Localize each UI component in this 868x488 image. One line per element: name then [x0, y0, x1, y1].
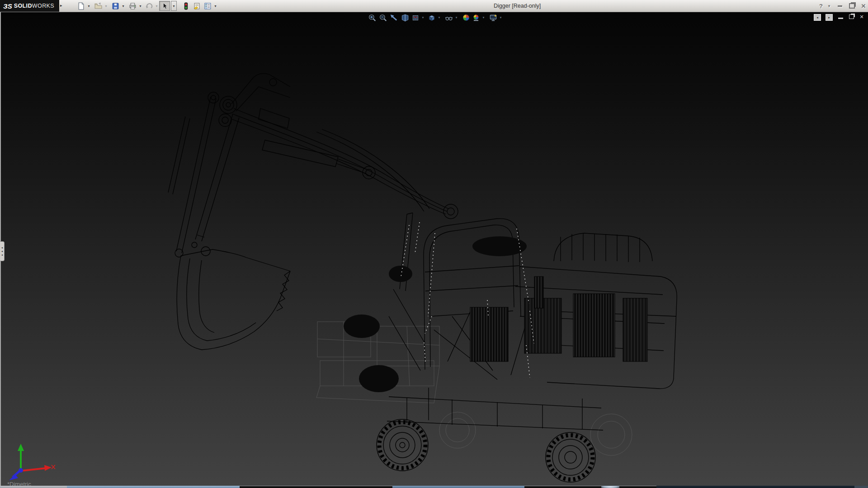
- collapse-arrow-icon: ◂: [1, 246, 3, 249]
- restore-app-button[interactable]: [847, 2, 856, 10]
- select-dropdown[interactable]: ▾: [171, 1, 177, 11]
- undo-button[interactable]: [144, 1, 154, 11]
- file-properties-icon: [193, 2, 201, 10]
- collapse-arrow-icon: ◂: [1, 253, 3, 256]
- display-style-icon: [428, 14, 436, 22]
- view-settings-icon: [489, 14, 497, 22]
- select-icon: [161, 2, 169, 10]
- display-style-button[interactable]: [427, 13, 437, 22]
- view-orientation-icon: [411, 14, 420, 22]
- x-axis-arrow: [44, 465, 52, 471]
- save-dropdown[interactable]: ▾: [120, 1, 126, 11]
- window-title: Digger [Read-only]: [494, 3, 541, 9]
- taskbar-seg-blue2: [392, 486, 524, 488]
- save-button[interactable]: [110, 1, 120, 11]
- new-document-dropdown[interactable]: ▾: [86, 1, 92, 11]
- new-document-button[interactable]: [76, 1, 86, 11]
- open-dropdown[interactable]: ▾: [103, 1, 109, 11]
- taskbar-seg-navy: [656, 486, 868, 488]
- zoom-to-area-button[interactable]: [378, 13, 388, 22]
- close-document-button[interactable]: ✕: [858, 14, 865, 20]
- reference-triad: [6, 442, 56, 481]
- rebuild-traffic-light-icon: [182, 2, 190, 10]
- restore-icon: [849, 3, 855, 9]
- help-button[interactable]: ?: [816, 2, 826, 10]
- edit-appearance-button[interactable]: [461, 13, 471, 22]
- view-settings-button[interactable]: [488, 13, 498, 22]
- new-document-icon: [77, 2, 85, 10]
- help-dropdown[interactable]: ▾: [826, 2, 832, 10]
- collapse-arrow-icon: ◂: [1, 250, 3, 253]
- previous-view-icon: [390, 14, 398, 22]
- minimize-document-button[interactable]: [838, 18, 843, 19]
- triad-origin: [19, 468, 23, 473]
- solidworks-logo: ЗS SOLID WORKS: [0, 0, 59, 12]
- file-properties-button[interactable]: [192, 1, 202, 11]
- hide-show-items-dropdown[interactable]: ▾: [454, 13, 459, 22]
- undo-icon: [145, 2, 153, 10]
- taskbar-seg-blue: [67, 486, 240, 488]
- taskbar-seg-tray: [854, 486, 868, 488]
- title-bar: ЗS SOLID WORKS ▸ ▾ ▾ ▾: [0, 0, 868, 12]
- x-axis-label: [52, 465, 55, 469]
- select-button[interactable]: [159, 1, 170, 11]
- pane-left-button[interactable]: ◂: [814, 14, 821, 21]
- graphics-viewport[interactable]: ▾ ▾ ▾: [0, 12, 868, 488]
- zoom-to-fit-icon: [368, 14, 376, 22]
- save-icon: [112, 2, 119, 10]
- view-orientation-button[interactable]: [410, 13, 420, 22]
- wireframe-lines: [168, 74, 677, 430]
- taskbar-seg-button: [240, 486, 392, 488]
- menu-flyout-arrow[interactable]: ▸: [60, 3, 62, 8]
- pane-right-icon: ▸: [828, 16, 830, 19]
- feature-panel-handle[interactable]: ◂ ◂ ◂: [0, 241, 5, 261]
- hide-show-items-button[interactable]: [444, 13, 454, 22]
- open-button[interactable]: [93, 1, 103, 11]
- taskbar-glow: [601, 486, 619, 488]
- restore-document-button[interactable]: [849, 14, 854, 19]
- pane-left-icon: ◂: [816, 16, 818, 19]
- apply-scene-icon: [472, 14, 480, 22]
- print-button[interactable]: [127, 1, 137, 11]
- minimize-app-button[interactable]: [835, 2, 844, 10]
- apply-scene-button[interactable]: [471, 13, 481, 22]
- print-icon: [129, 2, 137, 10]
- open-icon: [94, 2, 102, 10]
- taskbar-seg-silver: [0, 486, 67, 488]
- section-view-icon: [401, 14, 409, 22]
- brand-bold: SOLID: [14, 3, 32, 9]
- view-settings-dropdown[interactable]: ▾: [498, 13, 503, 22]
- options-dropdown[interactable]: ▾: [212, 1, 218, 11]
- close-app-button[interactable]: ✕: [859, 2, 868, 10]
- print-dropdown[interactable]: ▾: [137, 1, 143, 11]
- hide-show-items-icon: [445, 14, 453, 22]
- apply-scene-dropdown[interactable]: ▾: [481, 13, 486, 22]
- taskbar-edge[interactable]: [0, 486, 868, 488]
- section-view-button[interactable]: [400, 13, 410, 22]
- display-style-dropdown[interactable]: ▾: [437, 13, 442, 22]
- brand-mark: ЗS: [3, 2, 12, 10]
- minimize-icon: [838, 5, 842, 7]
- pane-right-button[interactable]: ▸: [826, 14, 833, 21]
- y-axis-arrow: [18, 444, 24, 451]
- model-wireframe-digger[interactable]: [0, 12, 868, 488]
- rebuild-button[interactable]: [181, 1, 191, 11]
- zoom-to-fit-button[interactable]: [367, 13, 377, 22]
- brand-light: WORKS: [32, 3, 54, 9]
- options-button[interactable]: [203, 1, 212, 11]
- view-orientation-dropdown[interactable]: ▾: [420, 13, 425, 22]
- previous-view-button[interactable]: [389, 13, 399, 22]
- zoom-to-area-icon: [379, 14, 387, 22]
- engine-grilles: [470, 277, 647, 361]
- edit-appearance-icon: [462, 14, 470, 22]
- x-axis: [21, 468, 46, 471]
- taskbar-seg-button2: [524, 486, 656, 488]
- options-icon: [204, 2, 212, 10]
